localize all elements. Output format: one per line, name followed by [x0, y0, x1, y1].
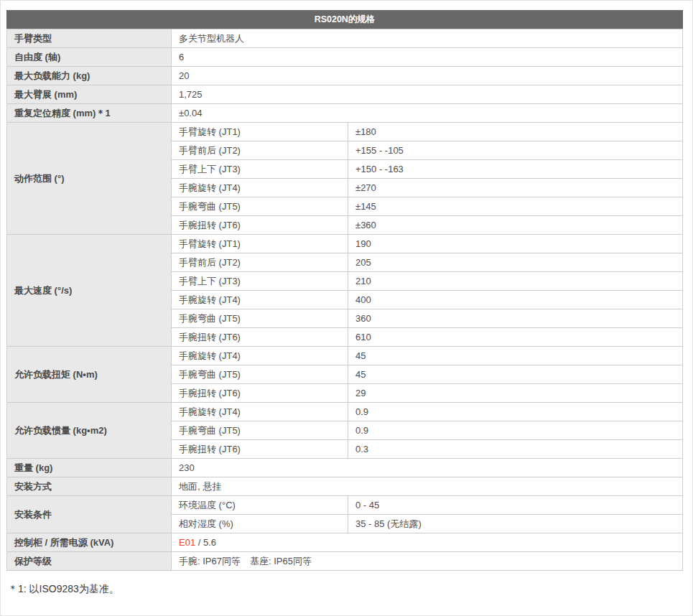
- spec-sublabel: 相对湿度 (%): [172, 515, 348, 533]
- table-row: 保护等级手腕: IP67同等 基座: IP65同等: [7, 552, 683, 571]
- spec-label: 允许负载惯量 (kg•m2): [7, 403, 172, 459]
- spec-value: 190: [348, 235, 683, 253]
- spec-value: ±0.04: [172, 104, 683, 123]
- spec-value: 多关节型机器人: [172, 29, 683, 48]
- spec-sublabel: 手腕扭转 (JT6): [172, 216, 348, 235]
- page-container: RS020N的规格 手臂类型多关节型机器人自由度 (轴)6最大负载能力 (kg)…: [0, 0, 693, 616]
- spec-value: 0.9: [348, 403, 683, 421]
- spec-value: 400: [348, 291, 683, 309]
- spec-value: 610: [348, 328, 683, 347]
- spec-value: ±270: [348, 179, 683, 197]
- spec-value: 360: [348, 309, 683, 328]
- spec-sublabel: 手臂旋转 (JT1): [172, 235, 348, 253]
- spec-value: 1,725: [172, 85, 683, 104]
- table-title: RS020N的规格: [7, 11, 683, 29]
- table-row: 自由度 (轴)6: [7, 48, 683, 67]
- spec-label: 最大负载能力 (kg): [7, 67, 172, 85]
- table-row: 安装方式地面, 悬挂: [7, 477, 683, 496]
- spec-label: 最大臂展 (mm): [7, 85, 172, 104]
- spec-value: 20: [172, 67, 683, 85]
- table-row: 手臂类型多关节型机器人: [7, 29, 683, 48]
- spec-sublabel: 手腕弯曲 (JT5): [172, 197, 348, 216]
- spec-sublabel: 手腕扭转 (JT6): [172, 440, 348, 459]
- spec-value: 205: [348, 253, 683, 272]
- spec-sublabel: 手臂上下 (JT3): [172, 160, 348, 179]
- spec-sublabel: 手腕弯曲 (JT5): [172, 365, 348, 384]
- table-row: 安装条件环境温度 (°C)0 - 45: [7, 496, 683, 515]
- spec-value: 45: [348, 365, 683, 384]
- spec-label: 重复定位精度 (mm)＊1: [7, 104, 172, 123]
- spec-value: 35 - 85 (无结露): [348, 515, 683, 533]
- spec-label: 允许负载扭矩 (N•m): [7, 347, 172, 403]
- spec-sublabel: 环境温度 (°C): [172, 496, 348, 515]
- table-row: 最大臂展 (mm)1,725: [7, 85, 683, 104]
- table-row: 重复定位精度 (mm)＊1±0.04: [7, 104, 683, 123]
- spec-sublabel: 手腕弯曲 (JT5): [172, 421, 348, 440]
- spec-sublabel: 手腕旋转 (JT4): [172, 179, 348, 197]
- table-row: 允许负载惯量 (kg•m2)手腕旋转 (JT4)0.9: [7, 403, 683, 421]
- spec-value: 0.3: [348, 440, 683, 459]
- controller-e01-link[interactable]: E01: [179, 537, 195, 548]
- table-header-row: RS020N的规格: [7, 11, 683, 29]
- spec-value: 0.9: [348, 421, 683, 440]
- spec-label: 重量 (kg): [7, 459, 172, 477]
- spec-sublabel: 手腕扭转 (JT6): [172, 384, 348, 403]
- spec-label: 安装条件: [7, 496, 172, 533]
- spec-sublabel: 手臂上下 (JT3): [172, 272, 348, 291]
- spec-value: 0 - 45: [348, 496, 683, 515]
- spec-value: E01 / 5.6: [172, 533, 683, 552]
- spec-label: 手臂类型: [7, 29, 172, 48]
- spec-label: 最大速度 (°/s): [7, 235, 172, 347]
- table-row: 最大负载能力 (kg)20: [7, 67, 683, 85]
- spec-value: 230: [172, 459, 683, 477]
- table-row: 最大速度 (°/s)手臂旋转 (JT1)190: [7, 235, 683, 253]
- spec-sublabel: 手腕旋转 (JT4): [172, 403, 348, 421]
- spec-value: +155 - -105: [348, 141, 683, 160]
- spec-value: 手腕: IP67同等 基座: IP65同等: [172, 552, 683, 571]
- spec-value: 地面, 悬挂: [172, 477, 683, 496]
- spec-table: RS020N的规格 手臂类型多关节型机器人自由度 (轴)6最大负载能力 (kg)…: [6, 10, 683, 571]
- spec-label: 自由度 (轴): [7, 48, 172, 67]
- spec-value: ±360: [348, 216, 683, 235]
- spec-label: 安装方式: [7, 477, 172, 496]
- spec-label: 动作范围 (°): [7, 123, 172, 235]
- table-row: 动作范围 (°)手臂旋转 (JT1)±180: [7, 123, 683, 141]
- spec-sublabel: 手臂前后 (JT2): [172, 253, 348, 272]
- spec-label: 控制柜 / 所需电源 (kVA): [7, 533, 172, 552]
- spec-sublabel: 手腕旋转 (JT4): [172, 291, 348, 309]
- table-row: 重量 (kg)230: [7, 459, 683, 477]
- spec-sublabel: 手腕旋转 (JT4): [172, 347, 348, 365]
- spec-value: 6: [172, 48, 683, 67]
- spec-sublabel: 手臂旋转 (JT1): [172, 123, 348, 141]
- spec-value: +150 - -163: [348, 160, 683, 179]
- spec-value: ±180: [348, 123, 683, 141]
- spec-value: ±145: [348, 197, 683, 216]
- spec-label: 保护等级: [7, 552, 172, 571]
- table-row: 控制柜 / 所需电源 (kVA)E01 / 5.6: [7, 533, 683, 552]
- spec-sublabel: 手臂前后 (JT2): [172, 141, 348, 160]
- spec-sublabel: 手腕扭转 (JT6): [172, 328, 348, 347]
- table-row: 允许负载扭矩 (N•m)手腕旋转 (JT4)45: [7, 347, 683, 365]
- spec-value: 210: [348, 272, 683, 291]
- spec-sublabel: 手腕弯曲 (JT5): [172, 309, 348, 328]
- spec-value: 45: [348, 347, 683, 365]
- spec-value: 29: [348, 384, 683, 403]
- footnote: ＊1: 以ISO9283为基准。: [8, 583, 692, 596]
